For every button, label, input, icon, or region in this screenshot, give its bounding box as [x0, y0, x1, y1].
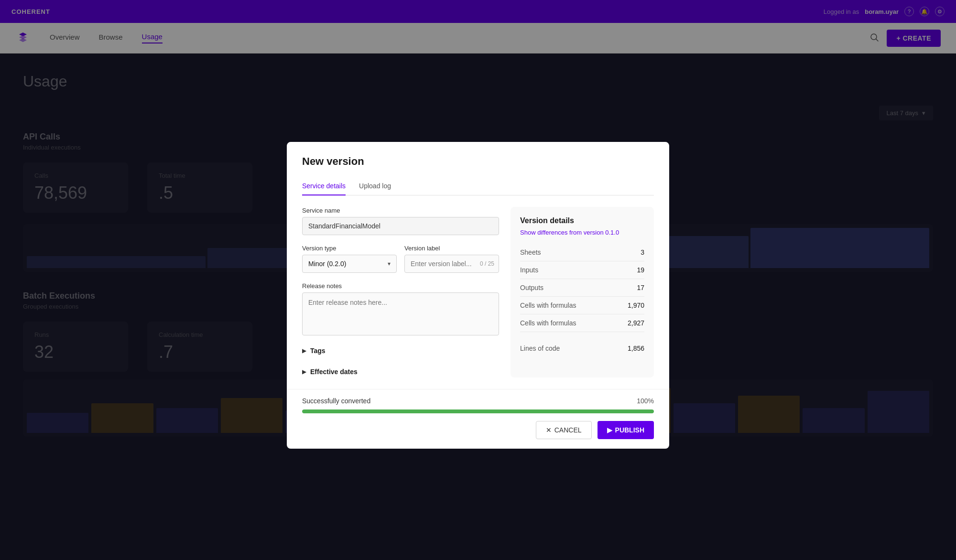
vd-outputs-value: 17	[637, 284, 644, 291]
version-row: Version type Minor (0.2.0) ▾ Version lab…	[302, 245, 499, 273]
modal-title: New version	[302, 155, 654, 168]
cancel-button[interactable]: ✕ CANCEL	[536, 421, 592, 439]
progress-pct: 100%	[637, 397, 654, 405]
service-name-label: Service name	[302, 207, 499, 214]
publish-label: PUBLISH	[615, 426, 644, 434]
vd-cells-formulas-2-value: 2,927	[628, 319, 644, 327]
effective-dates-chevron: ▶	[302, 368, 306, 375]
progress-row: Successfully converted 100%	[302, 397, 654, 405]
vd-inputs-label: Inputs	[520, 266, 538, 274]
tags-section[interactable]: ▶ Tags	[302, 345, 499, 356]
release-notes-label: Release notes	[302, 282, 499, 290]
new-version-modal: New version Service details Upload log S…	[287, 142, 669, 449]
vd-outputs-row: Outputs 17	[520, 279, 644, 297]
vd-cells-formulas-2-row: Cells with formulas 2,927	[520, 314, 644, 332]
tags-label: Tags	[310, 347, 326, 355]
modal-form: Service name Version type Minor (0.2.0) …	[302, 207, 499, 377]
version-details-panel: Version details Show differences from ve…	[511, 207, 654, 377]
version-type-label: Version type	[302, 245, 397, 252]
vd-outputs-label: Outputs	[520, 284, 543, 291]
release-notes-group: Release notes	[302, 282, 499, 335]
vd-cells-formulas-2-label: Cells with formulas	[520, 319, 576, 327]
version-type-value: Minor (0.2.0)	[308, 260, 346, 268]
vd-inputs-row: Inputs 19	[520, 261, 644, 279]
cancel-label: CANCEL	[554, 426, 582, 434]
modal-actions: ✕ CANCEL ▶ PUBLISH	[302, 421, 654, 439]
vd-lines-code-row: Lines of code 1,856	[520, 340, 644, 357]
vd-cells-formulas-1-value: 1,970	[628, 302, 644, 309]
vd-lines-code-label: Lines of code	[520, 345, 560, 352]
version-label-counter: 0 / 25	[480, 260, 494, 267]
publish-play-icon: ▶	[607, 426, 612, 434]
modal-body: Service name Version type Minor (0.2.0) …	[287, 195, 669, 389]
service-name-group: Service name	[302, 207, 499, 235]
service-name-input[interactable]	[302, 217, 499, 235]
progress-bar-fill	[302, 409, 654, 413]
progress-bar-background	[302, 409, 654, 413]
version-type-select[interactable]: Minor (0.2.0) ▾	[302, 255, 397, 273]
modal-footer: Successfully converted 100% ✕ CANCEL ▶ P…	[287, 389, 669, 449]
effective-dates-label: Effective dates	[310, 368, 358, 376]
progress-label: Successfully converted	[302, 397, 370, 405]
version-type-chevron: ▾	[388, 260, 391, 267]
effective-dates-section[interactable]: ▶ Effective dates	[302, 366, 499, 377]
vd-cells-formulas-1-row: Cells with formulas 1,970	[520, 297, 644, 314]
modal-tabs: Service details Upload log	[302, 177, 654, 195]
vd-sheets-value: 3	[641, 248, 644, 256]
modal-header: New version Service details Upload log	[287, 142, 669, 195]
show-differences-link[interactable]: Show differences from version 0.1.0	[520, 229, 644, 236]
vd-lines-code-value: 1,856	[628, 345, 644, 352]
vd-inputs-value: 19	[637, 266, 644, 274]
publish-button[interactable]: ▶ PUBLISH	[598, 421, 654, 439]
tags-chevron: ▶	[302, 347, 306, 354]
cancel-x-icon: ✕	[546, 426, 552, 434]
vd-sheets-row: Sheets 3	[520, 244, 644, 261]
tab-upload-log[interactable]: Upload log	[359, 177, 391, 195]
version-label-group: Version label 0 / 25	[404, 245, 499, 273]
version-type-group: Version type Minor (0.2.0) ▾	[302, 245, 397, 273]
release-notes-textarea[interactable]	[302, 292, 499, 335]
tab-service-details[interactable]: Service details	[302, 177, 346, 195]
vd-sheets-label: Sheets	[520, 248, 541, 256]
version-label-label: Version label	[404, 245, 499, 252]
vd-cells-formulas-1-label: Cells with formulas	[520, 302, 576, 309]
version-details-title: Version details	[520, 216, 644, 225]
